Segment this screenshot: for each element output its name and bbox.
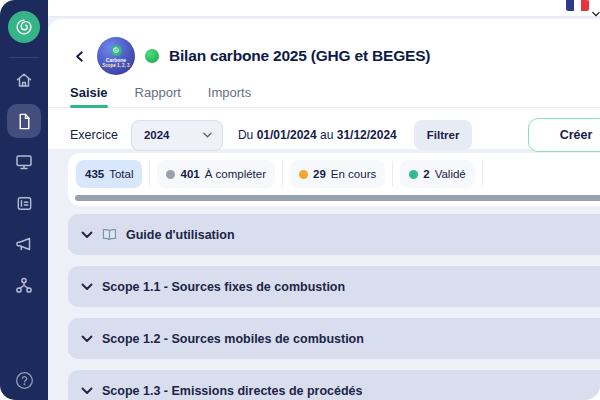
badge-divider bbox=[392, 161, 393, 187]
section-guide[interactable]: Guide d'utilisation bbox=[68, 214, 600, 255]
spiral-logo-icon bbox=[13, 16, 35, 38]
app-window: Carbone Scope 1, 2, 3 Bilan carbone 2025… bbox=[0, 0, 600, 400]
badge-divider bbox=[282, 161, 283, 187]
section-label: Scope 1.2 - Sources mobiles de combustio… bbox=[102, 332, 364, 346]
filter-button[interactable]: Filtrer bbox=[414, 120, 473, 150]
page-title: Bilan carbone 2025 (GHG et BEGES) bbox=[169, 47, 430, 65]
brand-logo[interactable] bbox=[8, 11, 40, 43]
accordion-list: Guide d'utilisation Scope 1.1 - Sources … bbox=[48, 214, 600, 400]
sidebar bbox=[0, 0, 48, 400]
chevron-down-icon bbox=[81, 283, 93, 291]
tab-rapport[interactable]: Rapport bbox=[135, 85, 181, 107]
date-range-text: Du 01/01/2024 au 31/12/2024 bbox=[238, 128, 397, 142]
horizontal-scrollbar[interactable] bbox=[75, 195, 600, 201]
sidebar-divider bbox=[9, 57, 39, 58]
section-label: Scope 1.3 - Emissions directes de procéd… bbox=[102, 384, 363, 398]
avatar-line2: Scope 1, 2, 3 bbox=[102, 63, 129, 68]
document-icon bbox=[15, 112, 34, 131]
sidebar-item-organization[interactable] bbox=[7, 268, 41, 302]
tab-bar: Saisie Rapport Imports bbox=[48, 82, 600, 108]
date-start: 01/01/2024 bbox=[257, 128, 317, 142]
status-dot bbox=[409, 170, 418, 179]
sidebar-item-monitor[interactable] bbox=[7, 145, 41, 179]
org-chart-icon bbox=[14, 275, 34, 295]
counter-total[interactable]: 435 Total bbox=[76, 160, 142, 188]
section-scope-1-2[interactable]: Scope 1.2 - Sources mobiles de combustio… bbox=[68, 318, 600, 359]
chevron-down-icon[interactable] bbox=[592, 3, 600, 21]
chevron-down-icon bbox=[203, 132, 212, 138]
sidebar-item-announcements[interactable] bbox=[7, 227, 41, 261]
page-header-panel: Carbone Scope 1, 2, 3 Bilan carbone 2025… bbox=[48, 19, 600, 149]
back-button[interactable] bbox=[72, 49, 87, 64]
spiral-logo-mini-icon bbox=[111, 45, 122, 56]
content-area: 435 Total 401 À compléter 29 En cours bbox=[48, 149, 600, 400]
sidebar-item-help[interactable] bbox=[14, 370, 35, 391]
sidebar-item-reports[interactable] bbox=[7, 186, 41, 220]
badge-divider bbox=[482, 161, 483, 187]
year-select-value: 2024 bbox=[144, 129, 170, 141]
topbar bbox=[48, 0, 600, 17]
chevron-down-icon bbox=[81, 387, 93, 395]
counters-card: 435 Total 401 À compléter 29 En cours bbox=[68, 153, 600, 206]
chevron-down-icon bbox=[81, 335, 93, 343]
book-icon bbox=[102, 228, 117, 241]
home-icon bbox=[14, 70, 34, 90]
filter-row: Exercice 2024 Du 01/01/2024 au 31/12/202… bbox=[48, 118, 600, 152]
section-scope-1-3[interactable]: Scope 1.3 - Emissions directes de procéd… bbox=[68, 370, 600, 400]
language-selector[interactable] bbox=[566, 0, 589, 11]
year-select[interactable]: 2024 bbox=[131, 120, 223, 151]
section-label: Scope 1.1 - Sources fixes de combustion bbox=[102, 280, 345, 294]
chevron-down-icon bbox=[81, 231, 93, 239]
counter-a-completer[interactable]: 401 À compléter bbox=[157, 160, 275, 188]
title-row: Carbone Scope 1, 2, 3 Bilan carbone 2025… bbox=[48, 19, 600, 77]
sidebar-item-home[interactable] bbox=[7, 63, 41, 97]
megaphone-icon bbox=[14, 234, 34, 254]
title-status-dot bbox=[145, 49, 159, 63]
exercice-label: Exercice bbox=[70, 128, 118, 142]
main-area: Carbone Scope 1, 2, 3 Bilan carbone 2025… bbox=[48, 0, 600, 400]
create-button[interactable]: Créer bbox=[528, 118, 600, 152]
sidebar-item-documents[interactable] bbox=[7, 104, 41, 138]
counter-en-cours[interactable]: 29 En cours bbox=[290, 160, 385, 188]
france-flag-icon bbox=[566, 0, 574, 11]
status-dot bbox=[166, 170, 175, 179]
monitor-icon bbox=[14, 152, 34, 172]
tab-saisie[interactable]: Saisie bbox=[70, 85, 108, 107]
help-icon bbox=[14, 370, 35, 391]
project-avatar[interactable]: Carbone Scope 1, 2, 3 bbox=[97, 37, 135, 75]
section-scope-1-1[interactable]: Scope 1.1 - Sources fixes de combustion bbox=[68, 266, 600, 307]
badge-divider bbox=[149, 161, 150, 187]
report-list-icon bbox=[15, 194, 34, 213]
tab-imports[interactable]: Imports bbox=[208, 85, 251, 107]
date-end: 31/12/2024 bbox=[337, 128, 397, 142]
counter-valide[interactable]: 2 Validé bbox=[400, 160, 475, 188]
status-dot bbox=[299, 170, 308, 179]
section-label: Guide d'utilisation bbox=[126, 228, 235, 242]
counter-badges: 435 Total 401 À compléter 29 En cours bbox=[68, 153, 600, 188]
